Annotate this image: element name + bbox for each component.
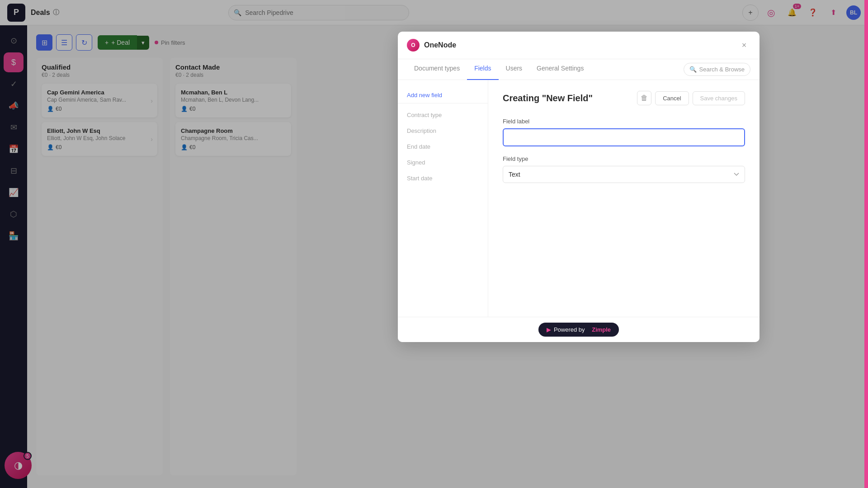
search-browse-button[interactable]: 🔍 Search & Browse — [684, 63, 750, 76]
fields-editor: Creating "New Field" 🗑 Cancel Save chang… — [488, 80, 760, 342]
field-list-item-end-date[interactable]: End date — [398, 139, 488, 155]
field-label-input[interactable] — [503, 128, 745, 146]
fields-list: Add new field Contract type Description … — [398, 80, 488, 342]
add-new-field-button[interactable]: Add new field — [398, 87, 488, 103]
delete-button[interactable]: 🗑 — [637, 91, 651, 105]
field-type-group: Field type Text Number Date Checkbox Dro… — [503, 155, 745, 183]
editor-actions: 🗑 Cancel Save changes — [637, 91, 745, 105]
trash-icon: 🗑 — [641, 94, 648, 102]
modal-title: OneNode — [424, 41, 456, 49]
pink-accent-bar — [864, 0, 868, 488]
field-list-item-description[interactable]: Description — [398, 123, 488, 139]
tab-document-types[interactable]: Document types — [407, 59, 467, 80]
editor-header: Creating "New Field" 🗑 Cancel Save chang… — [503, 91, 745, 105]
modal-header: O OneNode × — [398, 32, 760, 59]
modal-logo: O — [407, 39, 420, 52]
onenode-modal: O OneNode × Document types Fields Users … — [398, 32, 760, 342]
save-changes-button[interactable]: Save changes — [693, 91, 745, 105]
field-list-item-contract-type[interactable]: Contract type — [398, 107, 488, 123]
modal-body: Add new field Contract type Description … — [398, 80, 760, 342]
zimple-footer: ▶ Powered by Zimple — [398, 317, 760, 342]
powered-by-zimple[interactable]: ▶ Powered by Zimple — [538, 323, 619, 337]
modal-tabs: Document types Fields Users General Sett… — [398, 59, 760, 80]
field-label-group: Field label — [503, 118, 745, 155]
close-button[interactable]: × — [738, 39, 750, 52]
cancel-button[interactable]: Cancel — [655, 91, 689, 105]
tab-fields[interactable]: Fields — [467, 59, 498, 80]
editor-title: Creating "New Field" — [503, 93, 593, 103]
play-icon: ▶ — [547, 326, 551, 333]
field-type-select[interactable]: Text Number Date Checkbox Dropdown — [503, 166, 745, 183]
tab-users[interactable]: Users — [499, 59, 530, 80]
field-list-item-start-date[interactable]: Start date — [398, 170, 488, 186]
tab-general-settings[interactable]: General Settings — [529, 59, 591, 80]
field-label-text: Field label — [503, 118, 745, 125]
field-list-item-signed[interactable]: Signed — [398, 155, 488, 170]
field-type-text: Field type — [503, 155, 745, 162]
search-icon: 🔍 — [689, 66, 697, 73]
